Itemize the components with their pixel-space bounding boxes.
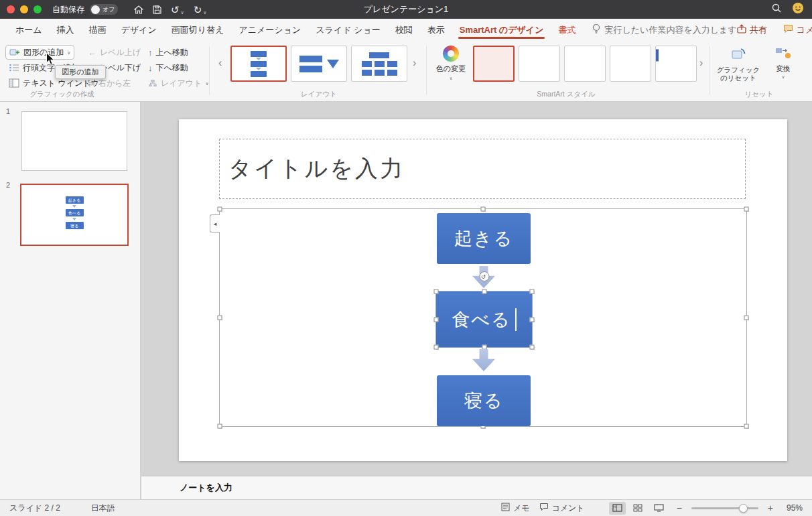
process-arrow-icon[interactable]: [472, 349, 495, 371]
language-label[interactable]: 日本語: [91, 503, 115, 514]
smartart-shape-2-selected[interactable]: ↺ 食べる: [436, 292, 532, 347]
tab-format[interactable]: 書式: [551, 19, 583, 41]
resize-handle[interactable]: [530, 345, 535, 350]
layout-thumbnail-hierarchy[interactable]: [351, 46, 407, 82]
shape-text: 食べる: [452, 308, 511, 332]
slide-number: 2: [6, 181, 10, 189]
slide-thumbnail-1[interactable]: [21, 111, 127, 171]
tab-home[interactable]: ホーム: [8, 19, 50, 41]
thumbnail-smartart-preview: 起きる 食べる 寝る: [21, 196, 127, 229]
slide-canvas[interactable]: タイトルを入力 ◂ 起きる ↺: [179, 119, 787, 461]
smartart-selection-frame[interactable]: ◂ 起きる ↺ 食べる: [219, 208, 747, 427]
chevron-down-icon: ∨: [67, 50, 70, 55]
styles-scroll-right-icon[interactable]: ›: [699, 57, 703, 69]
title-placeholder[interactable]: タイトルを入力: [219, 139, 746, 199]
tab-view[interactable]: 表示: [420, 19, 452, 41]
mini-shape: 寝る: [66, 222, 84, 229]
resize-handle[interactable]: [744, 316, 749, 320]
notes-pane[interactable]: ノートを入力: [141, 476, 812, 499]
resize-handle[interactable]: [434, 317, 439, 322]
account-avatar[interactable]: [792, 2, 804, 17]
smartart-shape-1[interactable]: 起きる: [437, 213, 531, 264]
titlebar: 自動保存 オフ ↺∨ ↻∨ プレゼンテーション1: [0, 0, 812, 19]
quick-access-toolbar: ↺∨ ↻∨: [134, 5, 206, 15]
move-down-label: 下へ移動: [156, 62, 188, 74]
zoom-in-button[interactable]: +: [768, 503, 773, 513]
resize-handle[interactable]: [218, 316, 222, 320]
slide-editing-area: タイトルを入力 ◂ 起きる ↺: [141, 102, 812, 476]
slideshow-view-button[interactable]: [651, 502, 667, 515]
move-down-button[interactable]: ↓ 下へ移動: [145, 60, 192, 75]
slide-thumbnail-2[interactable]: 起きる 食べる 寝る: [20, 184, 129, 246]
text-pane-toggle[interactable]: ◂: [210, 214, 220, 233]
tab-animations[interactable]: アニメーション: [231, 19, 308, 41]
resize-handle[interactable]: [744, 424, 749, 429]
redo-chevron-icon: ∨: [203, 10, 206, 15]
slide-sorter-view-button[interactable]: [630, 502, 647, 515]
slide-number: 1: [6, 107, 10, 115]
layout-scroll-right-icon[interactable]: ›: [413, 57, 416, 69]
add-shape-button[interactable]: 図形の追加 ∨: [5, 45, 74, 60]
zoom-slider[interactable]: [691, 507, 758, 509]
normal-view-button[interactable]: [609, 502, 626, 515]
resize-handle[interactable]: [218, 424, 222, 429]
layout-scroll-left-icon[interactable]: ‹: [218, 57, 222, 69]
rotate-handle[interactable]: ↺: [479, 271, 489, 281]
layout-button[interactable]: レイアウト ∨: [145, 76, 212, 90]
smartart-style-thumbnail-4[interactable]: [610, 46, 651, 82]
tab-transitions[interactable]: 画面切り替え: [164, 19, 232, 41]
layout-thumbnail-step-process[interactable]: [291, 46, 347, 82]
tab-insert[interactable]: 挿入: [50, 19, 82, 41]
tell-me-box[interactable]: 実行したい作業内容を入力します: [592, 23, 736, 36]
chevron-down-icon: ∨: [205, 81, 208, 86]
smartart-shape-3[interactable]: 寝る: [437, 375, 531, 426]
tab-slideshow[interactable]: スライド ショー: [308, 19, 387, 41]
home-icon[interactable]: [134, 5, 143, 14]
resize-handle[interactable]: [530, 289, 535, 294]
notes-toggle-button[interactable]: メモ: [501, 503, 530, 514]
resize-handle[interactable]: [530, 317, 535, 322]
status-left: スライド 2 / 2 日本語: [9, 503, 115, 514]
zoom-percentage[interactable]: 95%: [783, 503, 803, 513]
resize-handle[interactable]: [218, 207, 222, 212]
redo-icon[interactable]: ↻∨: [194, 5, 207, 15]
resize-handle[interactable]: [481, 207, 486, 212]
zoom-slider-knob[interactable]: [739, 504, 748, 513]
search-icon[interactable]: [772, 3, 781, 15]
smartart-style-thumbnail-2[interactable]: [519, 46, 560, 82]
mini-shape: 起きる: [66, 196, 84, 204]
tab-draw[interactable]: 描画: [82, 19, 114, 41]
comments-label: コメント: [797, 24, 812, 36]
change-colors-button[interactable]: 色の変更 ∨: [431, 46, 470, 80]
smartart-style-thumbnail-1[interactable]: [473, 46, 515, 82]
zoom-out-button[interactable]: −: [677, 503, 682, 513]
tab-review[interactable]: 校閲: [388, 19, 420, 41]
convert-label: 変換: [776, 64, 791, 73]
resize-handle[interactable]: [482, 289, 486, 294]
tab-smartart-design[interactable]: SmartArt のデザイン: [452, 19, 551, 41]
smartart-style-thumbnail-5[interactable]: [655, 46, 697, 82]
comments-button[interactable]: コメント: [783, 24, 812, 36]
notes-toggle-label: メモ: [513, 503, 530, 514]
promote-button[interactable]: ← レベル上げ: [84, 45, 144, 60]
resize-handle[interactable]: [482, 345, 486, 350]
save-icon[interactable]: [153, 5, 161, 14]
resize-handle[interactable]: [434, 345, 439, 350]
reset-graphic-button[interactable]: グラフィックのリセット: [714, 46, 762, 82]
smartart-style-thumbnail-3[interactable]: [564, 46, 606, 82]
tab-design[interactable]: デザイン: [114, 19, 164, 41]
convert-button[interactable]: 変換 ∨: [765, 46, 801, 79]
undo-icon[interactable]: ↺∨: [171, 5, 184, 15]
share-button[interactable]: 共有: [737, 24, 767, 36]
layout-thumbnail-vertical-process[interactable]: [230, 46, 287, 82]
notes-placeholder: ノートを入力: [180, 482, 232, 494]
layout-preview: [299, 56, 339, 72]
reset-graphic-icon: [730, 46, 746, 64]
comments-toggle-button[interactable]: コメント: [539, 503, 585, 514]
mini-arrow-icon: [72, 218, 76, 220]
group-label-reset: リセット: [710, 90, 808, 99]
resize-handle[interactable]: [744, 207, 749, 212]
move-up-button[interactable]: ↑ 上へ移動: [145, 45, 192, 60]
resize-handle[interactable]: [434, 289, 439, 294]
group-label-styles: SmartArt スタイル: [429, 90, 703, 99]
